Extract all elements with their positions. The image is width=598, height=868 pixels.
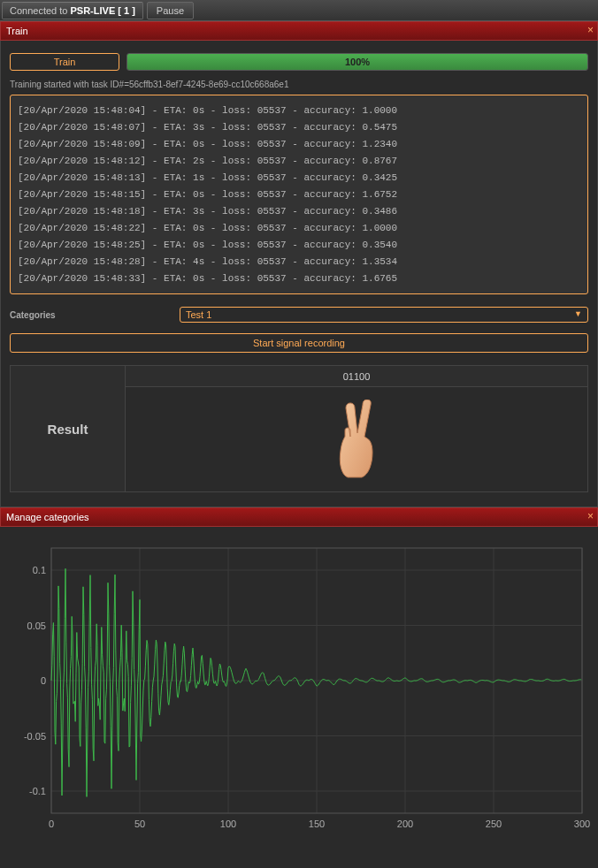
svg-text:0.05: 0.05 (27, 621, 46, 631)
category-selected-value: Test 1 (186, 309, 211, 320)
close-icon[interactable]: × (587, 510, 594, 522)
svg-text:0: 0 (41, 675, 46, 686)
result-image (126, 387, 587, 491)
result-value: 01100 (126, 366, 587, 387)
signal-chart-svg: -0.1-0.0500.050.1050100150200250300 (7, 539, 591, 840)
training-log: [20/Apr/2020 15:48:04] - ETA: 0s - loss:… (10, 95, 588, 294)
start-recording-button[interactable]: Start signal recording (10, 333, 588, 353)
svg-text:150: 150 (309, 819, 325, 829)
signal-chart: -0.1-0.0500.050.1050100150200250300 (0, 527, 598, 849)
svg-text:0.1: 0.1 (33, 565, 46, 575)
svg-text:50: 50 (134, 819, 145, 829)
connection-prefix: Connected to (10, 5, 71, 16)
task-id-text: Training started with task ID#=56cffb31-… (10, 80, 588, 89)
train-panel-header: Train × (0, 21, 598, 41)
svg-text:-0.05: -0.05 (24, 731, 46, 742)
manage-panel-title: Manage categories (6, 512, 89, 522)
connection-status: Connected to PSR-LIVE [ 1 ] (2, 2, 143, 19)
pause-button[interactable]: Pause (147, 2, 194, 19)
connection-target: PSR-LIVE [ 1 ] (71, 5, 135, 16)
train-button[interactable]: Train (10, 53, 119, 71)
result-table: Result 01100 (10, 365, 588, 492)
top-bar: Connected to PSR-LIVE [ 1 ] Pause (0, 0, 598, 21)
progress-label: 100% (127, 54, 587, 70)
svg-text:0: 0 (49, 819, 54, 829)
train-panel: Train × Train 100% Training started with… (0, 21, 598, 507)
svg-text:250: 250 (486, 819, 502, 829)
svg-text:-0.1: -0.1 (29, 786, 46, 796)
svg-text:200: 200 (397, 819, 413, 829)
manage-panel-header: Manage categories × (0, 507, 598, 527)
categories-label: Categories (10, 310, 180, 320)
svg-text:100: 100 (220, 819, 236, 829)
category-select[interactable]: Test 1 (180, 307, 588, 323)
result-label: Result (11, 366, 126, 491)
peace-hand-icon (330, 400, 383, 479)
progress-bar: 100% (126, 53, 588, 71)
close-icon[interactable]: × (587, 24, 594, 36)
manage-categories-panel: Manage categories × -0.1-0.0500.050.1050… (0, 507, 598, 849)
train-panel-title: Train (6, 26, 28, 36)
svg-text:300: 300 (574, 819, 590, 829)
